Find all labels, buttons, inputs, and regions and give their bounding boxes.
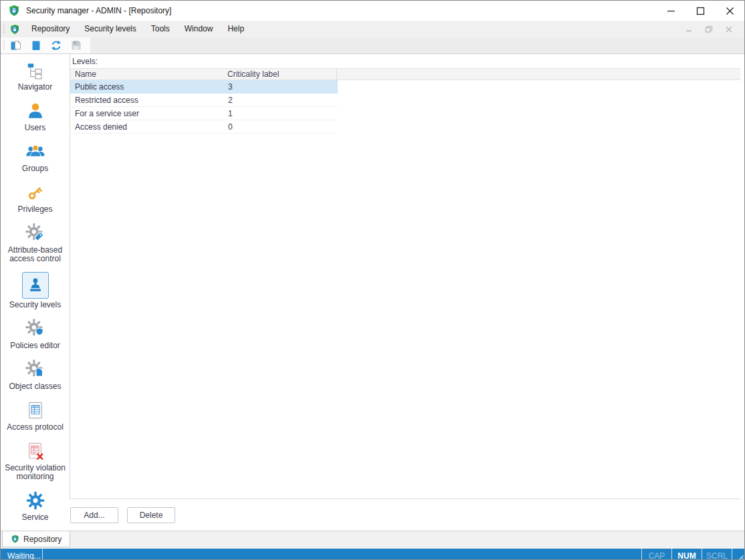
gear-tag-icon xyxy=(25,223,45,244)
table-row[interactable]: Access denied 0 xyxy=(70,120,740,134)
sidebar-item-groups[interactable]: Groups xyxy=(2,141,69,173)
close-button[interactable] xyxy=(715,1,744,21)
toolbar-grip[interactable] xyxy=(3,41,5,51)
sidebar-item-service[interactable]: Service xyxy=(2,490,69,522)
menubar-grip[interactable] xyxy=(3,24,5,34)
grid-header: Name Criticality label xyxy=(70,68,740,80)
document-tab-bar: Repository xyxy=(1,531,744,549)
column-header-name[interactable]: Name xyxy=(70,69,223,80)
sidebar-item-attribute-based-access-control[interactable]: Attribute-based access control xyxy=(2,223,69,263)
main-area: Navigator Users xyxy=(1,54,744,531)
menu-window[interactable]: Window xyxy=(177,21,221,37)
num-lock-indicator: NUM xyxy=(672,551,702,560)
user-icon xyxy=(25,100,45,122)
cell-criticality: 0 xyxy=(224,120,338,133)
shield-lock-icon xyxy=(11,535,19,543)
save-icon xyxy=(70,39,82,51)
menu-help[interactable]: Help xyxy=(220,21,251,37)
cell-criticality: 2 xyxy=(224,94,338,106)
mdi-close-button[interactable] xyxy=(719,22,739,37)
mdi-restore-button[interactable] xyxy=(699,22,719,37)
table-document-icon xyxy=(26,400,45,421)
tab-repository[interactable]: Repository xyxy=(2,531,70,547)
menu-tools[interactable]: Tools xyxy=(144,21,177,37)
status-message: Waiting... xyxy=(1,551,42,560)
buttons-divider xyxy=(70,499,740,499)
minimize-button[interactable] xyxy=(656,1,685,21)
levels-label: Levels: xyxy=(70,54,740,68)
resize-grip[interactable] xyxy=(732,549,744,560)
column-header-criticality[interactable]: Criticality label xyxy=(223,69,337,80)
cell-criticality: 3 xyxy=(224,80,338,93)
cell-name: Access denied xyxy=(70,120,224,133)
copy-document-button[interactable] xyxy=(7,37,25,53)
gear-icon xyxy=(25,490,45,511)
save-button[interactable] xyxy=(68,37,85,53)
navigator-tree-icon xyxy=(26,59,44,81)
delete-button[interactable]: Delete xyxy=(127,507,175,523)
cell-name: For a service user xyxy=(70,107,224,120)
cell-criticality: 1 xyxy=(224,107,338,120)
gear-page-icon xyxy=(25,359,45,380)
sidebar-item-navigator[interactable]: Navigator xyxy=(2,59,69,92)
sidebar-item-access-protocol[interactable]: Access protocol xyxy=(2,400,69,432)
cell-name: Restricted access xyxy=(70,94,224,106)
scroll-lock-indicator: SCRL xyxy=(702,551,732,560)
refresh-button[interactable] xyxy=(47,37,65,53)
tab-label: Repository xyxy=(23,535,62,544)
table-row[interactable]: Public access 3 xyxy=(70,80,740,94)
table-row[interactable]: Restricted access 2 xyxy=(70,94,740,107)
sidebar-item-security-violation-monitoring[interactable]: Security violation monitoring xyxy=(2,440,69,481)
levels-panel: Levels: Name Criticality label Public ac… xyxy=(70,54,740,531)
caps-lock-indicator: CAP xyxy=(642,551,671,560)
key-icon xyxy=(25,182,45,203)
document-icon xyxy=(30,39,42,51)
table-row[interactable]: For a service user 1 xyxy=(70,107,740,120)
sidebar-item-security-levels[interactable]: Security levels xyxy=(2,272,69,309)
cell-name: Public access xyxy=(70,80,224,93)
navigation-sidebar: Navigator Users xyxy=(1,54,70,531)
sidebar-item-object-classes[interactable]: Object classes xyxy=(2,359,69,391)
gear-shield-icon xyxy=(25,318,45,339)
refresh-icon xyxy=(50,39,62,51)
window-title: Security manager - ADMIN - [Repository] xyxy=(26,6,171,15)
menu-repository[interactable]: Repository xyxy=(24,21,77,37)
sidebar-item-policies-editor[interactable]: Policies editor xyxy=(2,318,69,350)
column-header-filler xyxy=(337,69,740,80)
title-bar[interactable]: Security manager - ADMIN - [Repository] xyxy=(1,1,744,21)
menu-security-levels[interactable]: Security levels xyxy=(77,21,143,37)
maximize-button[interactable] xyxy=(685,1,715,21)
copy-document-icon xyxy=(10,39,22,51)
app-window: Security manager - ADMIN - [Repository] … xyxy=(0,0,745,560)
add-button[interactable]: Add... xyxy=(70,507,118,523)
table-error-icon xyxy=(26,440,45,462)
shield-lock-icon xyxy=(9,24,20,35)
document-button[interactable] xyxy=(27,37,45,53)
menu-bar: Repository Security levels Tools Window … xyxy=(1,21,744,37)
status-bar: Waiting... CAP NUM SCRL xyxy=(1,549,744,560)
group-icon xyxy=(25,141,45,162)
stamp-icon xyxy=(22,272,49,299)
sidebar-item-privileges[interactable]: Privileges xyxy=(2,182,69,214)
mdi-minimize-button[interactable] xyxy=(679,22,699,37)
actions-row: Add... Delete xyxy=(70,501,740,531)
toolbar xyxy=(1,37,744,54)
sidebar-item-users[interactable]: Users xyxy=(2,100,69,132)
sidebar-divider xyxy=(70,54,70,499)
shield-lock-icon xyxy=(8,5,20,17)
